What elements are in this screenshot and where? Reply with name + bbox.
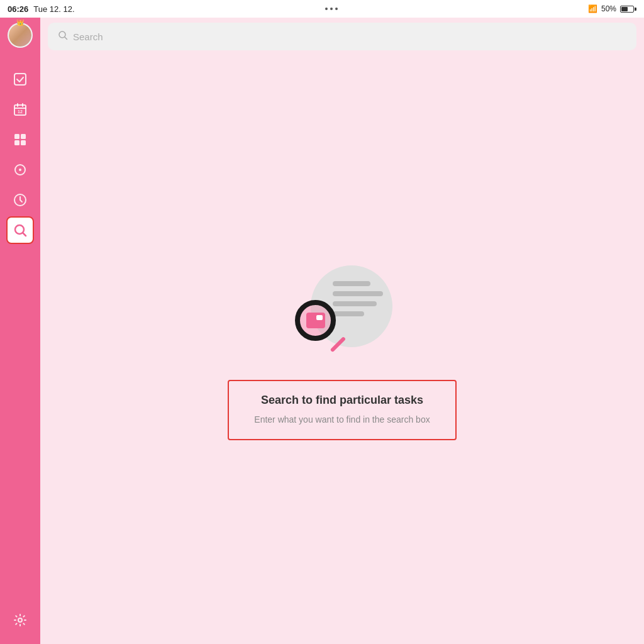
status-left: 06:26 Tue 12. 12. [8,4,75,14]
magnifier-inner [306,313,325,328]
avatar[interactable] [8,23,33,48]
status-bar: 06:26 Tue 12. 12. 📶 50% [0,0,644,18]
sidebar-item-settings[interactable] [6,606,34,634]
focus-icon [13,163,27,177]
check-icon [13,72,27,86]
svg-rect-0 [14,74,26,85]
sidebar-item-search[interactable] [6,216,34,244]
grid-icon [13,133,27,147]
search-bar-icon [58,30,68,43]
status-date: Tue 12. 12. [33,4,74,14]
calendar-icon: 12 [13,103,27,116]
magnifier [295,300,352,357]
svg-point-11 [18,618,22,622]
magnifier-handle [330,336,346,352]
sidebar-item-tasks[interactable] [6,65,34,93]
doc-line-2 [333,291,383,296]
sidebar-item-clock[interactable] [6,186,34,214]
svg-rect-5 [14,140,19,145]
sidebar: 👑 12 [0,18,40,644]
status-center [325,8,338,10]
doc-line-1 [333,281,370,286]
svg-rect-4 [21,134,26,139]
sidebar-item-focus[interactable] [6,156,34,184]
search-illustration [292,259,392,360]
empty-state-subtitle: Enter what you want to find in the searc… [254,413,430,426]
dot-1 [325,8,328,10]
sidebar-item-calendar[interactable]: 12 [6,96,34,123]
clock-icon [13,193,27,207]
empty-text-box: Search to find particular tasks Enter wh… [228,380,456,440]
empty-state: Search to find particular tasks Enter wh… [40,55,644,644]
svg-rect-3 [14,134,19,139]
main-content: Search [40,18,644,644]
search-icon [13,223,27,237]
avatar-wrapper: 👑 [8,23,33,55]
magnifier-glass [295,300,336,341]
search-placeholder: Search [73,31,103,42]
settings-icon [13,613,27,627]
empty-state-title: Search to find particular tasks [254,394,430,407]
svg-text:12: 12 [18,109,23,114]
avatar-image [9,24,31,47]
crown-icon: 👑 [16,19,24,26]
status-time: 06:26 [8,4,28,14]
status-right: 📶 50% [588,4,636,13]
sidebar-item-grid[interactable] [6,126,34,153]
battery-icon [620,6,636,13]
svg-rect-6 [21,140,26,145]
svg-point-8 [19,169,21,171]
search-bar[interactable]: Search [48,23,636,50]
search-bar-container: Search [40,18,644,55]
wifi-icon: 📶 [588,4,597,13]
dot-2 [330,8,333,10]
dot-3 [335,8,338,10]
app-container: 👑 12 [0,18,644,644]
battery-percent: 50% [601,4,616,13]
